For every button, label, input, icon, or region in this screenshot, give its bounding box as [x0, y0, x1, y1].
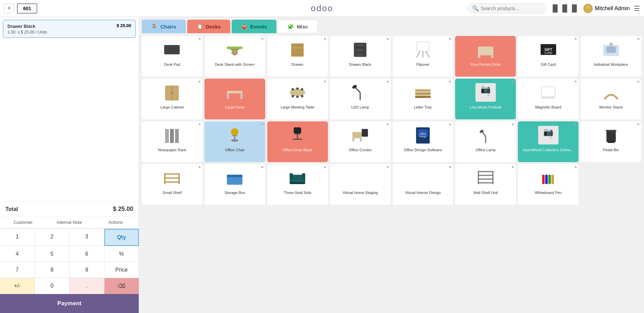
product-info-icon[interactable]: ⚑: [449, 37, 452, 41]
product-card-monitor-stand[interactable]: ⚑Monitor Stand: [581, 79, 641, 119]
menu-icon[interactable]: ☰: [634, 4, 640, 13]
product-info-icon[interactable]: ⚑: [449, 165, 452, 169]
product-info-icon[interactable]: ⚑: [386, 165, 389, 169]
numpad-5[interactable]: 5: [35, 246, 70, 262]
numpad-price[interactable]: Price: [104, 262, 139, 278]
product-card-drawer[interactable]: ⚑Drawer: [267, 36, 328, 77]
product-card-large-desk[interactable]: ⚑Large Desk: [204, 79, 265, 119]
product-info-icon[interactable]: ⚑: [511, 123, 514, 126]
product-info-icon[interactable]: ⚑: [386, 80, 389, 84]
product-card-storage-box[interactable]: ⚑Storage Box: [204, 164, 265, 205]
product-card-openwood-collection[interactable]: ⚑ 📷 + OpenWood Collection Online...: [518, 121, 579, 162]
search-input[interactable]: [481, 6, 542, 11]
product-card-individual-workplace[interactable]: ⚑Individual Workplace: [581, 36, 641, 77]
product-info-icon[interactable]: ⚑: [324, 80, 327, 84]
svg-point-35: [172, 93, 174, 94]
product-card-desk-pad[interactable]: ⚑Desk Pad: [142, 36, 202, 77]
chairs-icon: 🪑: [151, 23, 158, 30]
svg-rect-4: [233, 54, 236, 55]
product-card-wall-shelf-unit[interactable]: ⚑Wall Shelf Unit: [455, 164, 516, 205]
numpad-decimal[interactable]: .: [70, 278, 104, 294]
product-card-office-design-software[interactable]: ⚑OfficeDesignOffice Design Software: [393, 121, 453, 162]
numpad-percent[interactable]: %: [104, 246, 139, 262]
numpad-0[interactable]: 0: [35, 278, 70, 294]
numpad-4[interactable]: 4: [0, 246, 35, 262]
payment-button[interactable]: Payment: [0, 294, 139, 313]
product-info-icon[interactable]: ⚑: [637, 37, 640, 41]
product-card-four-person-desk[interactable]: ⚑Four Person Desk: [455, 36, 516, 77]
product-card-gift-card[interactable]: ⚑GIFTCARDGift Card: [518, 36, 579, 77]
product-info-icon[interactable]: ⚑: [386, 37, 389, 41]
numpad-6[interactable]: 6: [70, 246, 104, 262]
category-tab-chairs[interactable]: 🪑 Chairs: [142, 20, 186, 33]
numpad-backspace[interactable]: ⌫: [104, 278, 139, 294]
product-card-office-combo[interactable]: ⚑Office Combo: [330, 121, 391, 162]
product-card-office-chair[interactable]: ⚑Office Chair: [204, 121, 265, 162]
tab-customer[interactable]: Customer: [0, 216, 46, 228]
product-card-magnetic-board[interactable]: ⚑Magnetic Board: [518, 79, 579, 119]
svg-rect-50: [415, 93, 431, 95]
product-info-icon[interactable]: ⚑: [261, 165, 264, 169]
product-info-icon[interactable]: ⚑: [511, 80, 514, 84]
product-info-icon[interactable]: ⚑: [511, 165, 514, 169]
numpad-3[interactable]: 3: [70, 229, 104, 246]
order-item[interactable]: Drawer Black $ 25.00 1.00 x $ 25.00 / Un…: [3, 20, 136, 38]
category-tab-events[interactable]: 🎪 Events: [232, 20, 276, 33]
product-card-virtual-home-staging[interactable]: ⚑Virtual Home Staging: [330, 164, 391, 205]
product-info-icon[interactable]: ⚑: [574, 123, 577, 126]
product-info-icon[interactable]: ⚑: [198, 123, 201, 126]
product-info-icon[interactable]: ⚑: [261, 123, 264, 126]
numpad-8[interactable]: 8: [35, 262, 70, 278]
product-card-small-shelf[interactable]: ⚑Small Shelf: [142, 164, 202, 205]
user-button[interactable]: 😊 Mitchell Admin: [583, 4, 630, 13]
numpad-7[interactable]: 7: [0, 262, 35, 278]
numpad-qty[interactable]: Qty: [104, 229, 139, 246]
product-card-live-music-festival[interactable]: ⚑ 📷 + Live Music Festival: [455, 79, 516, 119]
product-info-icon[interactable]: ⚑: [449, 80, 452, 84]
product-info-icon[interactable]: ⚑: [324, 37, 327, 41]
product-info-icon[interactable]: ⚑: [324, 123, 327, 126]
product-card-large-meeting-table[interactable]: ⚑Large Meeting Table: [267, 79, 328, 119]
barcode-icon[interactable]: ▐▌▐▌▐▌: [550, 4, 579, 12]
add-order-button[interactable]: +: [4, 3, 14, 14]
product-info-icon[interactable]: ⚑: [324, 165, 327, 169]
category-tab-misc[interactable]: 🧩 Misc: [278, 20, 318, 33]
product-info-icon[interactable]: ⚑: [637, 123, 640, 126]
product-card-newspaper-rack[interactable]: ⚑Newspaper Rack: [142, 121, 202, 162]
numpad-plusminus[interactable]: +/-: [0, 278, 35, 294]
product-info-icon[interactable]: ⚑: [574, 80, 577, 84]
search-box[interactable]: 🔍: [468, 3, 546, 13]
product-info-icon[interactable]: ⚑: [574, 37, 577, 41]
product-card-whiteboard-pen[interactable]: ⚑Whiteboard Pen: [518, 164, 579, 205]
product-card-large-cabinet[interactable]: ⚑Large Cabinet: [142, 79, 202, 119]
tab-actions[interactable]: Actions: [93, 216, 139, 228]
numpad-9[interactable]: 9: [70, 262, 104, 278]
product-card-office-lamp[interactable]: ⚑Office Lamp: [455, 121, 516, 162]
product-card-led-lamp[interactable]: ⚑LED Lamp: [330, 79, 391, 119]
product-card-office-chair-black[interactable]: ⚑Office Chair Black: [267, 121, 328, 162]
product-info-icon[interactable]: ⚑: [449, 123, 452, 126]
product-info-icon[interactable]: ⚑: [511, 37, 514, 41]
product-info-icon[interactable]: ⚑: [198, 37, 201, 41]
product-card-three-seat-sofa[interactable]: ⚑Three-Seat Sofa: [267, 164, 328, 205]
product-card-pedal-bin[interactable]: ⚑Pedal Bin: [581, 121, 641, 162]
product-info-icon[interactable]: ⚑: [637, 80, 640, 84]
product-info-icon[interactable]: ⚑: [386, 123, 389, 126]
product-info-icon[interactable]: ⚑: [261, 80, 264, 84]
product-card-drawer-black[interactable]: ⚑Drawer Black: [330, 36, 391, 77]
product-info-icon[interactable]: ⚑: [198, 165, 201, 169]
category-tab-desks[interactable]: 📋 Desks: [187, 20, 230, 33]
product-card-desk-stand-screen[interactable]: ⚑Desk Stand with Screen: [204, 36, 265, 77]
product-card-virtual-interior-design[interactable]: ⚑Virtual Interior Design: [393, 164, 453, 205]
tab-internal-note[interactable]: Internal Note: [46, 216, 92, 228]
product-card-letter-tray[interactable]: ⚑Letter Tray: [393, 79, 453, 119]
product-info-icon[interactable]: ⚑: [574, 165, 577, 169]
svg-rect-98: [548, 175, 551, 184]
main-layout: Drawer Black $ 25.00 1.00 x $ 25.00 / Un…: [0, 17, 644, 313]
order-number-input[interactable]: [17, 3, 37, 14]
product-info-icon[interactable]: ⚑: [261, 37, 264, 41]
numpad-1[interactable]: 1: [0, 229, 35, 246]
numpad-2[interactable]: 2: [35, 229, 70, 246]
product-info-icon[interactable]: ⚑: [198, 80, 201, 84]
product-card-flipover[interactable]: ⚑Flipover: [393, 36, 453, 77]
